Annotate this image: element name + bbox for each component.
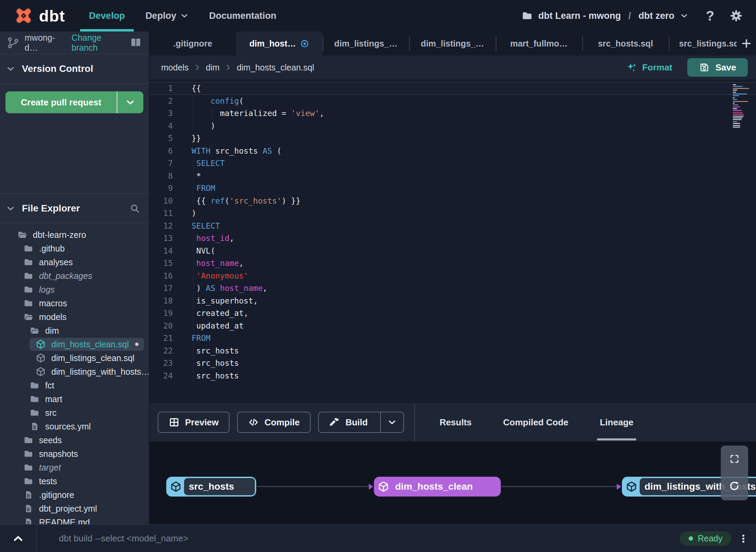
chevron-down-icon: [680, 12, 688, 20]
indent-guide: [193, 244, 194, 258]
tree-item-seeds[interactable]: seeds: [0, 433, 149, 447]
nav-link-label: Documentation: [209, 11, 276, 21]
breadcrumb-dim[interactable]: dim: [206, 63, 220, 73]
lineage-canvas[interactable]: src_hostsdim_hosts_cleandim_listings_wit…: [149, 441, 756, 524]
tree-item-analyses[interactable]: analyses: [0, 255, 149, 269]
edge-arrowhead: [369, 484, 373, 490]
book-icon[interactable]: [130, 37, 142, 49]
tree-item-dim-listings-with-hosts-[interactable]: dim_listings_with_hosts…: [0, 365, 149, 378]
code-text: updated_at: [192, 320, 756, 332]
project-picker[interactable]: dbt Learn - mwong / dbt zero: [521, 10, 688, 22]
tab-src-hosts.sql[interactable]: src_hosts.sql: [582, 31, 669, 55]
tree-item-label: dim_listings_clean.sql: [51, 353, 134, 363]
tree-item-label: models: [39, 312, 67, 322]
refresh-icon[interactable]: [728, 480, 741, 492]
editor-pane: .gitignoredim_host…dim_listings_…dim_lis…: [149, 31, 756, 524]
preview-button[interactable]: Preview: [158, 412, 230, 433]
tree-item-target[interactable]: target: [0, 461, 149, 474]
nav-link-develop[interactable]: Develop: [87, 0, 127, 31]
lineage-node-src_hosts[interactable]: src_hosts: [166, 477, 256, 497]
code-text: {{ ref('src_hosts') }}: [192, 195, 756, 207]
new-tab-button[interactable]: [737, 31, 756, 55]
lineage-node-label: dim_hosts_clean: [392, 478, 480, 495]
gear-icon[interactable]: [729, 9, 743, 23]
command-input[interactable]: dbt build --select <model_name>: [59, 533, 680, 544]
lineage-node-dim_hosts_clean[interactable]: dim_hosts_clean: [374, 477, 501, 497]
indent-guide: [193, 182, 194, 195]
tab-dim-listings--[interactable]: dim_listings_…: [323, 31, 409, 55]
tree-item-src[interactable]: src: [0, 406, 149, 420]
tab-src-listings.sql[interactable]: src_listings.sql: [669, 31, 737, 55]
save-button[interactable]: Save: [687, 58, 748, 77]
version-control-header[interactable]: Version Control: [0, 54, 149, 84]
tree-item-logs[interactable]: logs: [0, 283, 149, 296]
indent-guide: [193, 257, 194, 270]
tree-item-tests[interactable]: tests: [0, 474, 149, 488]
folder-icon: [29, 408, 40, 418]
folder-icon: [23, 462, 34, 473]
minimap[interactable]: [733, 84, 751, 128]
chevron-down-icon: [6, 204, 15, 213]
toolbar-divider: [414, 403, 415, 441]
panel-tab-results[interactable]: Results: [424, 403, 487, 441]
tree-item-dim[interactable]: dim: [0, 324, 149, 337]
line-number: 2: [149, 97, 173, 105]
nav-link-deploy[interactable]: Deploy: [143, 0, 191, 31]
tree-item-.github[interactable]: .github: [0, 242, 149, 255]
panel-tab-compiled-code[interactable]: Compiled Code: [487, 403, 584, 441]
create-pr-dropdown[interactable]: [117, 91, 143, 113]
tree-item-.gitignore[interactable]: .gitignore: [0, 488, 149, 502]
tree-item-sources.yml[interactable]: sources.yml: [0, 420, 149, 433]
folder-icon: [23, 476, 34, 486]
tree-item-dbt-packages[interactable]: dbt_packages: [0, 269, 149, 283]
breadcrumb-models[interactable]: models: [161, 63, 189, 73]
fullscreen-icon[interactable]: [729, 453, 740, 464]
tab-.gitignore[interactable]: .gitignore: [149, 31, 236, 55]
kebab-menu-icon[interactable]: [738, 534, 748, 544]
file-explorer-header[interactable]: File Explorer: [0, 193, 149, 223]
tree-item-mart[interactable]: mart: [0, 392, 149, 406]
tab-dim-host-[interactable]: dim_host…: [236, 31, 323, 55]
status-badge: Ready: [680, 531, 731, 546]
folder-icon: [23, 298, 34, 308]
build-dropdown[interactable]: [380, 412, 403, 432]
tree-item-dim-listings-clean.sql[interactable]: dim_listings_clean.sql: [0, 351, 149, 365]
tree-item-label: dim: [45, 326, 59, 336]
tab-dim-listings--[interactable]: dim_listings_…: [409, 31, 496, 55]
line-number: 5: [149, 134, 173, 143]
tab-mart-fullmo-[interactable]: mart_fullmo…: [496, 31, 582, 55]
nav-link-documentation[interactable]: Documentation: [207, 0, 278, 31]
tree-item-dbt-project.yml[interactable]: dbt_project.yml: [0, 502, 149, 515]
tree-item-dbt-learn-zero[interactable]: dbt-learn-zero: [0, 228, 149, 242]
breadcrumb: modelsdimdim_hosts_clean.sql: [161, 63, 314, 73]
tree-item-label: dbt_packages: [39, 271, 92, 281]
tree-item-README.md[interactable]: README.md: [0, 515, 149, 524]
search-icon[interactable]: [130, 203, 140, 214]
tree-item-snapshots[interactable]: snapshots: [0, 447, 149, 461]
panel-tab-lineage[interactable]: Lineage: [584, 403, 649, 441]
tree-item-models[interactable]: models: [0, 310, 149, 324]
chevron-up-icon[interactable]: [0, 533, 36, 544]
line-number: 3: [149, 109, 173, 118]
compile-button[interactable]: Compile: [237, 412, 311, 433]
line-number: 17: [149, 284, 173, 293]
tree-item-fct[interactable]: fct: [0, 378, 149, 392]
format-button[interactable]: Format: [626, 62, 672, 73]
tree-item-macros[interactable]: macros: [0, 296, 149, 310]
code-text: is_superhost,: [192, 295, 756, 307]
breadcrumb-bar: modelsdimdim_hosts_clean.sql Format Save: [149, 55, 756, 79]
line-number: 4: [149, 121, 173, 130]
dbt-logo[interactable]: dbt: [14, 6, 65, 26]
compile-label: Compile: [264, 417, 300, 428]
dbt-logo-icon: [14, 6, 34, 26]
help-icon[interactable]: ?: [706, 8, 714, 24]
action-buttons: PreviewCompileBuild: [149, 412, 404, 433]
build-button[interactable]: Build: [318, 412, 404, 433]
line-number: 6: [149, 146, 173, 155]
code-editor[interactable]: 1{{2 config(3 materialized = 'view',4 )5…: [149, 79, 756, 403]
edge-arrowhead: [617, 484, 621, 490]
change-branch-link[interactable]: Change branch: [71, 33, 124, 53]
breadcrumb-dim_hosts_clean.sql[interactable]: dim_hosts_clean.sql: [237, 63, 314, 73]
tree-item-dim-hosts-clean.sql[interactable]: dim_hosts_clean.sql: [0, 337, 149, 351]
create-pr-button[interactable]: Create pull request: [5, 91, 117, 113]
